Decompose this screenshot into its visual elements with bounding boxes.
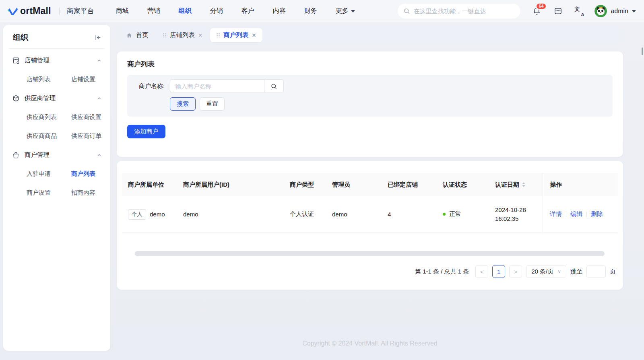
jump-unit-label: 页 [610, 268, 616, 276]
sidebar-item-merchant-list[interactable]: 商户列表 [71, 165, 103, 183]
cell-bound-shops: 4 [388, 211, 443, 218]
sidebar: 组织 店铺管理 店铺列表 店铺设置 供应商管理 供应商列表 供应 [3, 25, 110, 351]
pagination-total: 第 1-1 条 / 总共 1 条 [415, 268, 469, 276]
language-switch-button[interactable]: 文A [574, 6, 584, 16]
sidebar-item-entry-application[interactable]: 入驻申请 [27, 165, 71, 183]
panda-avatar-image [594, 5, 607, 17]
drag-handle-icon[interactable] [217, 33, 220, 38]
tab-merchant-list[interactable]: 商户列表 × [210, 28, 262, 42]
menu-sub-merchant: 入驻申请 商户列表 商户设置 招商内容 [10, 165, 103, 202]
next-page-button[interactable]: > [509, 265, 522, 278]
drag-handle-icon[interactable] [163, 33, 166, 38]
brand-logo[interactable]: ortMall 商家平台 [6, 6, 94, 16]
global-search-input[interactable] [413, 8, 515, 14]
nav-item-mall[interactable]: 商城 [116, 7, 129, 15]
nav-item-marketing[interactable]: 营销 [147, 7, 160, 15]
cell-auth-status: 正常 [443, 210, 495, 218]
logo-v-icon [6, 6, 19, 16]
topbar-icons: 64 文A [532, 6, 584, 16]
workbench-icon [553, 6, 563, 16]
cell-merchant-unit: 个人 demo [122, 209, 183, 220]
search-icon [270, 83, 277, 90]
sidebar-item-supplier-list[interactable]: 供应商列表 [27, 108, 71, 127]
filter-panel: 商户名称: 搜索 重置 [127, 75, 613, 117]
table-header-row: 商户所属单位 商户所属用户(ID) 商户类型 管理员 已绑定店铺 认证状态 认证… [122, 173, 618, 196]
main-content: 首页 店铺列表 × 商户列表 × 商户列表 商户名称: [117, 26, 623, 290]
sidebar-item-supplier-orders[interactable]: 供应商订单 [71, 127, 103, 146]
sidebar-item-merchant-settings[interactable]: 商户设置 [27, 183, 71, 202]
workbench-button[interactable] [553, 6, 563, 16]
menu-group-label: 店铺管理 [25, 56, 91, 65]
search-button[interactable]: 搜索 [170, 97, 196, 111]
chevron-down-icon: ∨ [557, 269, 561, 274]
menu-group-merchant-management[interactable]: 商户管理 [10, 146, 103, 165]
sidebar-collapse-button[interactable] [93, 33, 102, 42]
page-size-value: 20 条/页 [531, 268, 553, 276]
input-search-button[interactable] [264, 79, 284, 93]
prev-page-button[interactable]: < [475, 265, 488, 278]
delete-link[interactable]: 删除 [591, 210, 603, 218]
user-menu[interactable]: admin [594, 5, 636, 17]
nav-item-organization[interactable]: 组织 [179, 7, 192, 15]
add-merchant-button[interactable]: 添加商户 [127, 125, 165, 138]
table-row: 个人 demo demo 个人认证 demo 4 正常 2024-10-28 1… [122, 196, 618, 232]
page-tabs: 首页 店铺列表 × 商户列表 × [117, 26, 623, 45]
notification-bell-button[interactable]: 64 [532, 6, 541, 16]
chevron-up-icon [96, 152, 102, 158]
sidebar-item-supplier-products[interactable]: 供应商商品 [27, 127, 71, 146]
tab-shop-list[interactable]: 店铺列表 × [157, 28, 208, 42]
sidebar-item-shop-settings[interactable]: 店铺设置 [71, 70, 103, 89]
jump-page-input[interactable] [586, 265, 606, 278]
col-bound-shops: 已绑定店铺 [388, 181, 443, 189]
logo-divider [59, 8, 60, 15]
close-icon[interactable]: × [198, 32, 202, 39]
sidebar-item-investment-content[interactable]: 招商内容 [71, 183, 103, 202]
auth-date: 2024-10-28 [495, 206, 526, 214]
sidebar-item-supplier-settings[interactable]: 供应商设置 [71, 108, 103, 127]
storefront-icon [12, 57, 20, 64]
menu-group-supplier-management[interactable]: 供应商管理 [10, 89, 103, 108]
horizontal-scrollbar-thumb[interactable] [135, 251, 605, 256]
close-icon[interactable]: × [252, 32, 256, 39]
menu-group-shop-management[interactable]: 店铺管理 [10, 51, 103, 70]
nav-item-finance[interactable]: 财务 [304, 7, 317, 15]
vertical-scrollbar-thumb[interactable] [642, 47, 643, 55]
platform-name: 商家平台 [67, 6, 94, 16]
status-badge: 正常 [449, 210, 461, 218]
global-search[interactable] [398, 4, 520, 19]
sidebar-item-shop-list[interactable]: 店铺列表 [27, 70, 71, 89]
reset-button[interactable]: 重置 [200, 97, 225, 111]
tab-label: 商户列表 [223, 31, 248, 39]
page-number-button[interactable]: 1 [492, 265, 505, 278]
col-auth-date: 认证日期 [495, 181, 543, 189]
translate-icon: 文A [574, 6, 584, 16]
edit-link[interactable]: 编辑 [570, 210, 582, 218]
nav-item-content[interactable]: 内容 [273, 7, 286, 15]
avatar [594, 5, 607, 17]
bag-icon [12, 151, 20, 159]
divider [566, 212, 566, 217]
merchant-name-input[interactable] [170, 79, 264, 93]
page-size-select[interactable]: 20 条/页 ∨ [526, 265, 566, 278]
col-actions: 操作 [543, 173, 615, 196]
sort-toggle-icon[interactable] [522, 182, 525, 187]
col-merchant-unit: 商户所属单位 [122, 181, 183, 189]
collapse-left-icon [94, 34, 102, 41]
tab-home[interactable]: 首页 [120, 28, 155, 42]
nav-item-customers[interactable]: 客户 [242, 7, 254, 15]
col-admin: 管理员 [332, 181, 388, 189]
cell-actions: 详情 编辑 删除 [543, 196, 615, 232]
brand-name: ortMall [20, 6, 51, 16]
tab-label: 首页 [136, 31, 149, 39]
search-icon [403, 8, 410, 14]
chevron-down-icon [351, 10, 355, 12]
nav-item-distribution[interactable]: 分销 [210, 7, 223, 15]
detail-link[interactable]: 详情 [550, 210, 562, 218]
notification-badge: 64 [536, 3, 546, 10]
unit-type-tag: 个人 [128, 209, 146, 220]
divider [586, 212, 587, 217]
nav-item-more[interactable]: 更多 [336, 7, 355, 15]
col-merchant-user: 商户所属用户(ID) [183, 181, 290, 189]
tab-label: 店铺列表 [170, 31, 195, 39]
copyright-footer: Copyright © 2024 VortMall. All Rights Re… [117, 340, 623, 347]
